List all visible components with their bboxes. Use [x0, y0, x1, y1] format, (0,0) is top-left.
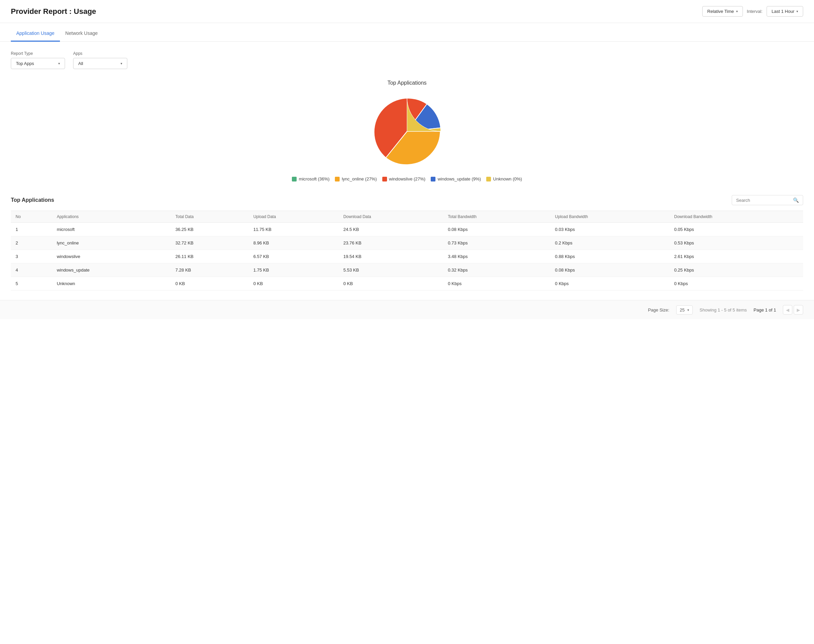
legend-dot-windows-update: [431, 177, 435, 181]
next-page-button[interactable]: ▶: [794, 305, 803, 314]
cell-total-data: 0 KB: [171, 277, 248, 290]
cell-total-data: 36.25 KB: [171, 223, 248, 236]
legend-dot-microsoft: [292, 177, 297, 181]
cell-download-data: 24.5 KB: [339, 223, 443, 236]
cell-no: 1: [11, 223, 52, 236]
cell-application: Unknown: [52, 277, 171, 290]
legend-windowslive: windowslive (27%): [382, 176, 426, 181]
table-title: Top Applications: [11, 197, 54, 203]
chevron-down-icon-4: ▾: [121, 61, 122, 65]
chevron-down-icon-5: ▾: [687, 308, 689, 312]
apps-select[interactable]: All ▾: [73, 58, 127, 69]
filters-row: Report Type Top Apps ▾ Apps All ▾: [11, 51, 803, 69]
legend-dot-lync-online: [335, 177, 340, 181]
page-title: Provider Report : Usage: [11, 7, 96, 16]
cell-download-bandwidth: 0.53 Kbps: [670, 236, 803, 250]
page-label: Page 1 of 1: [754, 307, 776, 313]
cell-total-data: 32.72 KB: [171, 236, 248, 250]
tab-network-usage[interactable]: Network Usage: [60, 26, 103, 41]
cell-total-data: 26.11 KB: [171, 250, 248, 264]
cell-upload-bandwidth: 0 Kbps: [550, 277, 670, 290]
chevron-down-icon-2: ▾: [796, 9, 798, 13]
cell-total-data: 7.28 KB: [171, 264, 248, 277]
prev-page-button[interactable]: ◀: [783, 305, 793, 314]
cell-total-bandwidth: 0.73 Kbps: [443, 236, 550, 250]
cell-total-bandwidth: 0.08 Kbps: [443, 223, 550, 236]
cell-total-bandwidth: 3.48 Kbps: [443, 250, 550, 264]
table-row: 3 windowslive 26.11 KB 6.57 KB 19.54 KB …: [11, 250, 803, 264]
cell-upload-bandwidth: 0.08 Kbps: [550, 264, 670, 277]
last-hour-dropdown[interactable]: Last 1 Hour ▾: [766, 6, 803, 17]
tab-application-usage[interactable]: Application Usage: [11, 26, 60, 41]
cell-download-data: 0 KB: [339, 277, 443, 290]
legend-microsoft: microsoft (36%): [292, 176, 330, 181]
col-download-data: Download Data: [339, 211, 443, 223]
cell-download-data: 23.76 KB: [339, 236, 443, 250]
apps-label: Apps: [73, 51, 127, 56]
legend-dot-windowslive: [382, 177, 387, 181]
cell-no: 3: [11, 250, 52, 264]
search-input[interactable]: [736, 198, 790, 203]
page-nav: ◀ ▶: [783, 305, 803, 314]
chart-section: Top Applications: [11, 80, 803, 181]
pie-chart-svg: [370, 94, 444, 169]
cell-upload-data: 1.75 KB: [248, 264, 339, 277]
table-head: No Applications Total Data Upload Data D…: [11, 211, 803, 223]
table-header-row: Top Applications 🔍: [11, 195, 803, 205]
main-content: Report Type Top Apps ▾ Apps All ▾ Top Ap…: [0, 41, 814, 300]
cell-application: windowslive: [52, 250, 171, 264]
chevron-down-icon: ▾: [736, 9, 738, 13]
cell-upload-data: 6.57 KB: [248, 250, 339, 264]
chart-title: Top Applications: [11, 80, 803, 86]
search-icon: 🔍: [793, 198, 799, 203]
col-total-data: Total Data: [171, 211, 248, 223]
legend-windows-update: windows_update (9%): [431, 176, 481, 181]
col-total-bandwidth: Total Bandwidth: [443, 211, 550, 223]
col-upload-data: Upload Data: [248, 211, 339, 223]
cell-download-data: 19.54 KB: [339, 250, 443, 264]
chevron-down-icon-3: ▾: [58, 61, 60, 65]
cell-download-bandwidth: 2.61 Kbps: [670, 250, 803, 264]
pie-legend: microsoft (36%) lync_online (27%) window…: [11, 176, 803, 181]
col-no: No: [11, 211, 52, 223]
col-applications: Applications: [52, 211, 171, 223]
cell-download-bandwidth: 0.25 Kbps: [670, 264, 803, 277]
table-body: 1 microsoft 36.25 KB 11.75 KB 24.5 KB 0.…: [11, 223, 803, 290]
table-row: 2 lync_online 32.72 KB 8.96 KB 23.76 KB …: [11, 236, 803, 250]
cell-download-bandwidth: 0.05 Kbps: [670, 223, 803, 236]
pie-chart: [370, 94, 444, 170]
legend-unknown: Unknown (0%): [486, 176, 522, 181]
cell-upload-data: 11.75 KB: [248, 223, 339, 236]
cell-no: 2: [11, 236, 52, 250]
report-type-label: Report Type: [11, 51, 65, 56]
cell-total-bandwidth: 0.32 Kbps: [443, 264, 550, 277]
cell-upload-bandwidth: 0.2 Kbps: [550, 236, 670, 250]
cell-application: windows_update: [52, 264, 171, 277]
table-section: Top Applications 🔍 No Applications Total…: [11, 195, 803, 290]
page-size-select[interactable]: 25 ▾: [676, 305, 693, 314]
page-size-label: Page Size:: [648, 307, 670, 313]
cell-download-data: 5.53 KB: [339, 264, 443, 277]
cell-total-bandwidth: 0 Kbps: [443, 277, 550, 290]
table-header-cells: No Applications Total Data Upload Data D…: [11, 211, 803, 223]
legend-lync-online: lync_online (27%): [335, 176, 377, 181]
search-box[interactable]: 🔍: [732, 195, 803, 205]
col-upload-bandwidth: Upload Bandwidth: [550, 211, 670, 223]
tab-bar: Application Usage Network Usage: [0, 26, 814, 41]
interval-label: Interval:: [747, 9, 762, 14]
pagination-bar: Page Size: 25 ▾ Showing 1 - 5 of 5 items…: [0, 300, 814, 319]
apps-filter: Apps All ▾: [73, 51, 127, 69]
cell-upload-data: 0 KB: [248, 277, 339, 290]
cell-application: microsoft: [52, 223, 171, 236]
cell-application: lync_online: [52, 236, 171, 250]
table-row: 4 windows_update 7.28 KB 1.75 KB 5.53 KB…: [11, 264, 803, 277]
cell-upload-bandwidth: 0.03 Kbps: [550, 223, 670, 236]
showing-label: Showing 1 - 5 of 5 items: [699, 307, 747, 313]
relative-time-dropdown[interactable]: Relative Time ▾: [702, 6, 743, 17]
cell-download-bandwidth: 0 Kbps: [670, 277, 803, 290]
report-type-select[interactable]: Top Apps ▾: [11, 58, 65, 69]
applications-table: No Applications Total Data Upload Data D…: [11, 211, 803, 290]
header-controls: Relative Time ▾ Interval: Last 1 Hour ▾: [702, 6, 803, 17]
report-type-filter: Report Type Top Apps ▾: [11, 51, 65, 69]
legend-dot-unknown: [486, 177, 491, 181]
